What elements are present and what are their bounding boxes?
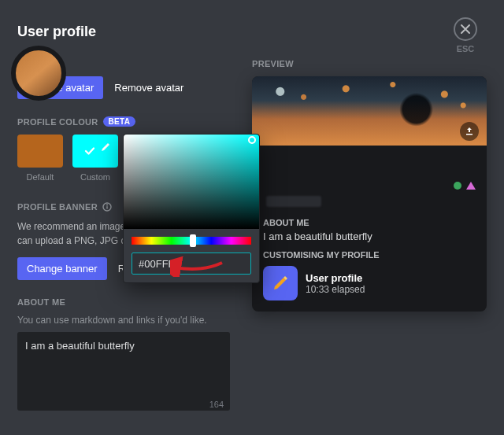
preview-activity: User profile 10:33 elapsed bbox=[263, 266, 476, 300]
about-me-header: ABOUT ME bbox=[17, 297, 238, 307]
eyedropper-icon bbox=[99, 142, 110, 153]
change-banner-button[interactable]: Change banner bbox=[17, 257, 107, 280]
colour-gradient[interactable] bbox=[124, 135, 259, 229]
colour-swatch-custom[interactable] bbox=[72, 135, 118, 168]
preview-column: PREVIEW ABOUT ME I am a beautiful butter… bbox=[252, 54, 487, 414]
edit-banner-button[interactable] bbox=[460, 122, 479, 141]
page-title: User profile bbox=[17, 24, 487, 40]
about-me-input[interactable] bbox=[17, 332, 230, 411]
profile-colour-header-label: PROFILE COLOUR bbox=[17, 117, 98, 127]
hex-input[interactable] bbox=[132, 253, 251, 275]
preview-about-header: ABOUT ME bbox=[263, 218, 476, 227]
user-profile-modal: ESC User profile AVATAR Change avatar Re… bbox=[0, 0, 504, 435]
close-button[interactable] bbox=[454, 17, 477, 41]
svg-point-1 bbox=[106, 205, 108, 206]
preview-banner bbox=[252, 76, 487, 146]
preview-card: ABOUT ME I am a beautiful butterfly CUST… bbox=[252, 76, 487, 312]
pencil-icon bbox=[271, 274, 290, 293]
status-dot-icon bbox=[454, 182, 461, 190]
profile-banner-header-label: PROFILE BANNER bbox=[17, 202, 98, 212]
check-icon bbox=[83, 145, 96, 157]
profile-colour-header: PROFILE COLOUR BETA bbox=[17, 116, 238, 127]
colour-swatch-custom-label: Custom bbox=[80, 172, 110, 182]
hue-thumb-icon bbox=[190, 234, 196, 247]
activity-icon bbox=[263, 266, 298, 300]
about-me-help: You can use markdown and links if you'd … bbox=[17, 315, 238, 326]
about-me-charcount: 164 bbox=[209, 400, 224, 409]
preview-header: PREVIEW bbox=[252, 59, 487, 68]
colour-picker-popover bbox=[123, 134, 260, 283]
svg-rect-2 bbox=[106, 206, 107, 208]
close-group: ESC bbox=[454, 17, 477, 53]
remove-avatar-button[interactable]: Remove avatar bbox=[114, 76, 183, 99]
preview-about-text: I am a beautiful butterfly bbox=[263, 230, 476, 242]
activity-title: User profile bbox=[306, 272, 365, 284]
gradient-cursor-icon bbox=[248, 136, 256, 144]
hue-slider[interactable] bbox=[132, 237, 251, 245]
preview-customising-header: CUSTOMISING MY PROFILE bbox=[263, 250, 476, 260]
upload-icon bbox=[465, 127, 474, 136]
activity-subtitle: 10:33 elapsed bbox=[306, 284, 365, 295]
preview-username-redacted bbox=[266, 196, 321, 207]
boost-triangle-icon bbox=[466, 182, 476, 190]
close-icon bbox=[460, 24, 471, 35]
close-label: ESC bbox=[457, 44, 475, 53]
beta-badge: BETA bbox=[103, 116, 136, 127]
colour-swatch-default[interactable] bbox=[17, 135, 63, 168]
info-icon bbox=[102, 202, 112, 212]
colour-swatch-default-label: Default bbox=[27, 172, 54, 182]
